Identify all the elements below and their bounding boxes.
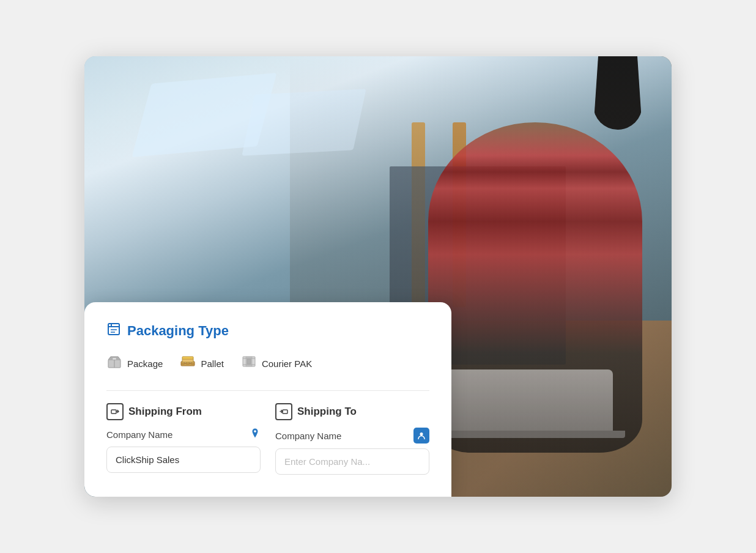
divider	[106, 390, 429, 391]
card-title-row: Packaging Type	[106, 322, 429, 340]
svg-rect-13	[182, 357, 193, 359]
svg-rect-0	[108, 324, 119, 335]
skylight-2	[242, 89, 366, 155]
shipping-from-label-row: Shipping From	[106, 403, 261, 420]
svg-rect-20	[283, 410, 287, 414]
svg-point-21	[420, 432, 423, 436]
main-container: Packaging Type Package	[84, 56, 672, 497]
shipping-section: Shipping From Company Name	[106, 403, 429, 475]
shipping-from-icon	[106, 403, 124, 420]
svg-rect-19	[111, 410, 116, 414]
shipping-from-label: Shipping From	[128, 406, 202, 418]
form-card: Packaging Type Package	[84, 302, 451, 497]
person-icon-box	[413, 428, 429, 444]
lamp	[593, 56, 642, 130]
shipping-from-company-label: Company Name	[106, 429, 172, 440]
courier-pak-label: Courier PAK	[262, 358, 312, 369]
pallet-icon	[180, 354, 196, 373]
shipping-to-label: Shipping To	[297, 406, 357, 418]
pallet-label: Pallet	[201, 358, 224, 369]
shipping-to-company-label: Company Name	[275, 431, 341, 441]
packaging-option-courier-pak[interactable]: Courier PAK	[241, 354, 312, 373]
package-icon	[106, 354, 122, 373]
courier-pak-icon	[241, 354, 257, 373]
package-label: Package	[127, 358, 163, 369]
shipping-to-icon	[275, 403, 292, 420]
packaging-option-pallet[interactable]: Pallet	[180, 354, 224, 373]
shipping-from-company-input[interactable]	[106, 447, 261, 473]
packaging-options: Package Pallet	[106, 354, 429, 373]
person-silhouette	[428, 122, 642, 453]
packaging-option-package[interactable]: Package	[106, 354, 163, 373]
wood-beam-2	[453, 122, 466, 307]
card-title: Packaging Type	[127, 323, 229, 339]
laptop	[442, 369, 613, 431]
shipping-to-company-input[interactable]	[275, 448, 429, 475]
location-pin-icon	[250, 428, 261, 442]
shipping-from-col: Shipping From Company Name	[106, 403, 261, 475]
wood-beam-1	[412, 122, 425, 321]
packaging-type-icon	[106, 322, 121, 340]
svg-rect-7	[113, 358, 116, 360]
svg-rect-18	[247, 359, 251, 364]
shipping-to-company-row: Company Name	[275, 428, 429, 444]
shipping-to-label-row: Shipping To	[275, 403, 429, 420]
shipping-to-col: Shipping To Company Name	[275, 403, 429, 475]
shipping-from-company-row: Company Name	[106, 428, 261, 442]
